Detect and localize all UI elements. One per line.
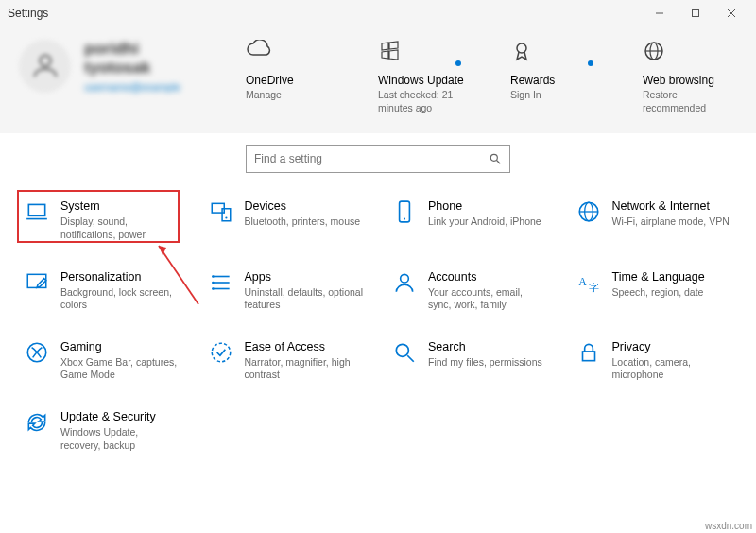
account-header: poridhi tyotosak username@example OneDri… (0, 26, 756, 133)
category-sub: Windows Update, recovery, backup (60, 426, 180, 452)
window-controls (643, 2, 748, 25)
category-search[interactable]: SearchFind my files, permissions (385, 331, 556, 391)
svg-point-17 (404, 218, 405, 220)
svg-rect-11 (28, 205, 44, 216)
categories-grid: SystemDisplay, sound, notifications, pow… (0, 181, 756, 471)
tile-sub: Manage (246, 89, 340, 102)
category-title: Devices (245, 199, 361, 213)
svg-point-4 (40, 56, 50, 66)
category-title: Update & Security (60, 410, 180, 423)
svg-point-33 (396, 344, 408, 356)
tile-sub: Last checked: 21 minutes ago (378, 89, 472, 114)
search-icon (392, 340, 417, 365)
category-devices[interactable]: DevicesBluetooth, printers, mouse (201, 190, 372, 250)
tile-title: Windows Update (378, 74, 472, 87)
category-sub: Uninstall, defaults, optional features (245, 286, 365, 312)
category-ease-of-access[interactable]: Ease of AccessNarrator, magnifier, high … (201, 331, 372, 391)
lock-icon (576, 340, 601, 365)
category-sub: Find my files, permissions (428, 356, 542, 370)
tile-title: Web browsing (643, 74, 737, 87)
category-sub: Location, camera, microphone (612, 356, 732, 382)
search-input[interactable] (254, 152, 489, 165)
search-icon (489, 152, 502, 165)
tile-rewards[interactable]: Rewards Sign In (510, 40, 605, 114)
svg-point-5 (517, 43, 526, 53)
phone-icon (392, 199, 417, 224)
globe-icon (643, 40, 737, 68)
category-time-language[interactable]: A字 Time & LanguageSpeech, region, date (569, 261, 740, 321)
svg-rect-35 (582, 352, 594, 361)
laptop-icon (25, 199, 49, 224)
svg-line-34 (407, 355, 414, 362)
tile-windows-update[interactable]: Windows Update Last checked: 21 minutes … (378, 40, 472, 114)
user-text: poridhi tyotosak username@example (84, 40, 208, 93)
tile-title: OneDrive (246, 74, 340, 87)
tile-sub: Restore recommended (643, 89, 737, 114)
svg-text:A: A (578, 275, 587, 288)
category-accounts[interactable]: AccountsYour accounts, email, sync, work… (385, 261, 556, 321)
category-phone[interactable]: PhoneLink your Android, iPhone (385, 190, 556, 250)
category-title: Time & Language (612, 270, 705, 284)
svg-point-25 (212, 275, 215, 278)
svg-point-9 (490, 155, 497, 162)
category-sub: Your accounts, email, sync, work, family (428, 286, 548, 312)
category-title: Network & Internet (612, 199, 730, 213)
category-system[interactable]: SystemDisplay, sound, notifications, pow… (17, 190, 188, 250)
category-sub: Xbox Game Bar, captures, Game Mode (60, 356, 180, 382)
svg-line-10 (497, 161, 501, 164)
language-icon: A字 (576, 270, 601, 295)
category-apps[interactable]: AppsUninstall, defaults, optional featur… (201, 261, 372, 321)
category-sub: Link your Android, iPhone (428, 215, 541, 229)
ease-icon (209, 340, 233, 365)
svg-point-15 (225, 217, 227, 219)
user-block[interactable]: poridhi tyotosak username@example (19, 40, 208, 93)
category-title: Phone (428, 199, 541, 213)
globe-net-icon (576, 199, 601, 224)
window-title: Settings (8, 7, 48, 20)
close-button[interactable] (714, 2, 748, 25)
category-update-security[interactable]: Update & SecurityWindows Update, recover… (17, 401, 188, 461)
svg-rect-1 (693, 9, 699, 16)
tile-title: Rewards (510, 74, 605, 87)
category-sub: Display, sound, notifications, power (60, 215, 180, 241)
user-link: username@example (84, 81, 208, 93)
svg-rect-14 (222, 209, 231, 221)
svg-point-26 (212, 281, 215, 284)
category-title: Search (428, 340, 542, 353)
avatar (19, 40, 71, 93)
tile-web-browsing[interactable]: Web browsing Restore recommended (643, 40, 737, 114)
watermark: wsxdn.com (705, 521, 752, 531)
category-title: System (60, 199, 180, 213)
svg-point-32 (212, 343, 231, 362)
category-personalization[interactable]: PersonalizationBackground, lock screen, … (17, 261, 188, 321)
search-box[interactable] (246, 145, 510, 173)
svg-point-27 (212, 287, 215, 290)
category-sub: Wi-Fi, airplane mode, VPN (612, 215, 730, 229)
pencil-icon (25, 270, 49, 295)
svg-text:字: 字 (589, 281, 599, 292)
xbox-icon (25, 340, 49, 365)
category-sub: Background, lock screen, colors (60, 286, 180, 312)
category-network[interactable]: Network & InternetWi-Fi, airplane mode, … (569, 190, 740, 250)
sync-icon (25, 410, 49, 435)
category-privacy[interactable]: PrivacyLocation, camera, microphone (569, 331, 740, 391)
rewards-icon (510, 40, 605, 68)
category-title: Apps (245, 270, 365, 284)
minimize-button[interactable] (643, 2, 677, 25)
category-title: Privacy (612, 340, 732, 353)
category-sub: Bluetooth, printers, mouse (245, 215, 361, 229)
tile-onedrive[interactable]: OneDrive Manage (246, 40, 340, 114)
svg-point-28 (401, 274, 409, 283)
category-sub: Narrator, magnifier, high contrast (245, 356, 365, 382)
tile-sub: Sign In (510, 89, 605, 102)
user-name: poridhi tyotosak (84, 40, 208, 77)
maximize-button[interactable] (679, 2, 713, 25)
titlebar: Settings (0, 0, 756, 26)
category-title: Gaming (60, 340, 180, 353)
cloud-icon (246, 40, 340, 68)
category-title: Accounts (428, 270, 548, 284)
category-gaming[interactable]: GamingXbox Game Bar, captures, Game Mode (17, 331, 188, 391)
category-title: Personalization (60, 270, 180, 284)
header-tiles: OneDrive Manage Windows Update Last chec… (246, 40, 737, 114)
update-icon (378, 40, 472, 68)
